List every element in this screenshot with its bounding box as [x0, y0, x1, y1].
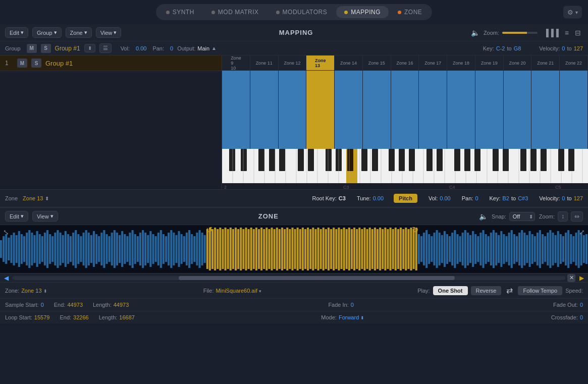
waveform-container[interactable]: ⤡ ⤢ ↺ ↻ [0, 225, 588, 273]
waveform-corner-tr[interactable]: ⤢ [578, 227, 586, 237]
zone-bar-12[interactable] [279, 71, 307, 149]
zone-vol-value[interactable]: 0.00 [440, 195, 450, 201]
tab-synth[interactable]: SYNTH [158, 6, 202, 18]
zone-header-12[interactable]: Zone 12 [279, 56, 307, 70]
tab-modulators[interactable]: MODULATORS [268, 6, 336, 18]
group-mute-button[interactable]: M [27, 44, 37, 53]
bb-zone-value[interactable]: Zone 13 ⬍ [21, 288, 47, 294]
zone-view-button[interactable]: View ▾ [32, 211, 58, 222]
group-solo-button[interactable]: S [41, 44, 51, 53]
key-from[interactable]: C-2 [496, 45, 505, 51]
grid-icon[interactable]: ⊟ [573, 28, 583, 38]
vol-pan-area: Vol: 0.00 Pan: 0 [121, 45, 174, 51]
close-loop-button[interactable]: ✕ [567, 274, 575, 282]
zone-header-15[interactable]: Zone 15 [363, 56, 391, 70]
zoom-height-button[interactable]: ↕ [558, 211, 568, 222]
pitch-button[interactable]: Pitch [394, 194, 417, 203]
zone-header-13[interactable]: Zone13 [306, 56, 335, 70]
loop-length-value[interactable]: 16687 [119, 314, 135, 320]
output-arrow[interactable]: ▲ [211, 45, 217, 51]
zone-bar-20[interactable] [504, 71, 532, 149]
length-value[interactable]: 44973 [114, 302, 129, 308]
zone-bar-17[interactable] [419, 71, 447, 149]
zone-bar-15[interactable] [363, 71, 391, 149]
zone-bar-14[interactable] [335, 71, 363, 149]
zone-vel-from[interactable]: 0 [562, 195, 565, 201]
zone-bar-16[interactable] [391, 71, 419, 149]
piano-keyboard[interactable]: 2 C3 C4 C5 [222, 149, 588, 189]
zone-key-from[interactable]: B2 [503, 195, 509, 201]
zone-pan-value[interactable]: 0 [475, 195, 478, 201]
scroll-left-arrow[interactable]: ◀ [2, 275, 11, 282]
zone-bar-19[interactable] [475, 71, 504, 149]
zone-bar-11[interactable] [250, 71, 279, 149]
root-key-value[interactable]: C3 [339, 195, 346, 201]
crossfade-value[interactable]: 0 [580, 314, 583, 320]
waveform-scrollbar[interactable] [13, 276, 565, 280]
end-value[interactable]: 44973 [67, 302, 83, 308]
zone-header-19[interactable]: Zone 19 [475, 56, 504, 70]
zone-info-name[interactable]: Zone 13 ⬍ [23, 195, 48, 201]
zoom-fit-button[interactable]: ⇔ [571, 211, 583, 222]
zoom-slider[interactable] [502, 32, 538, 34]
zone-vel-to[interactable]: 127 [574, 195, 583, 201]
bounce-icon[interactable]: ⇄ [506, 286, 513, 295]
view-button[interactable]: View ▾ [96, 27, 122, 38]
tab-zone[interactable]: ZONE [390, 6, 430, 18]
group-list: 1 M S Group #1 [0, 56, 222, 189]
group-button[interactable]: Group ▾ [32, 27, 62, 38]
list-icon[interactable]: ≡ [563, 28, 571, 38]
scroll-right-arrow[interactable]: ▶ [577, 275, 586, 282]
pan-value[interactable]: 0 [170, 45, 173, 51]
group-menu-button[interactable]: ☰ [99, 43, 112, 53]
zone-bar-22[interactable] [560, 71, 588, 149]
waveform-corner-tl[interactable]: ⤡ [2, 227, 10, 237]
zone-header-22[interactable]: Zone 22 [560, 56, 588, 70]
group-row-solo[interactable]: S [31, 59, 41, 68]
vel-from[interactable]: 0 [562, 45, 565, 51]
reverse-button[interactable]: Reverse [471, 286, 502, 295]
zone-button[interactable]: Zone ▾ [66, 27, 92, 38]
key-to[interactable]: G8 [514, 45, 521, 51]
group-arrows-button[interactable]: ⬍ [84, 44, 95, 52]
output-value[interactable]: Main [197, 45, 209, 51]
fade-out-value[interactable]: 0 [580, 302, 583, 308]
vol-value[interactable]: 0.00 [136, 45, 146, 51]
follow-tempo-button[interactable]: Follow Tempo [518, 286, 562, 295]
vel-to[interactable]: 127 [574, 45, 583, 51]
group-row-mute[interactable]: M [17, 59, 27, 68]
tab-mod-matrix[interactable]: MOD MATRIX [203, 6, 267, 18]
zone-bar-18[interactable] [447, 71, 475, 149]
edit-button[interactable]: Edit ▾ [5, 27, 28, 38]
loop-end-value[interactable]: 32266 [73, 314, 89, 320]
zone-edit-button[interactable]: Edit ▾ [5, 211, 28, 222]
loop-end-marker[interactable]: ↻ [412, 225, 418, 235]
zone-speaker-icon[interactable]: 🔈 [479, 212, 488, 221]
zone-header-21[interactable]: Zone 21 [531, 56, 560, 70]
sample-start-value[interactable]: 0 [41, 302, 44, 308]
snap-select[interactable]: Off Beat Bar [509, 212, 535, 221]
zone-header-14[interactable]: Zone 14 [335, 56, 363, 70]
zone-header-11[interactable]: Zone 11 [250, 56, 279, 70]
tab-mapping[interactable]: MAPPING [336, 6, 389, 18]
zone-bar-9-10[interactable] [222, 71, 250, 149]
fade-in-value[interactable]: 0 [351, 302, 354, 308]
zone-header-9-10[interactable]: Zone910 [222, 56, 250, 70]
loop-start-marker[interactable]: ↺ [206, 225, 212, 235]
loop-start-value[interactable]: 15579 [34, 314, 50, 320]
tune-value[interactable]: 0.00 [373, 195, 384, 201]
bb-file-value[interactable]: MiniSquare60.aif ▾ [216, 288, 261, 294]
mode-value[interactable]: Forward ⬍ [339, 314, 364, 320]
zone-bar-13[interactable] [306, 71, 335, 149]
one-shot-button[interactable]: One Shot [433, 286, 468, 295]
speaker-icon[interactable]: 🔈 [471, 29, 479, 37]
zone-header-17[interactable]: Zone 17 [419, 56, 447, 70]
zone-header-18[interactable]: Zone 18 [447, 56, 475, 70]
zone-header-16[interactable]: Zone 16 [391, 56, 419, 70]
zone-bar-21[interactable] [531, 71, 560, 149]
zone-header-20[interactable]: Zone 20 [504, 56, 532, 70]
bar-chart-icon[interactable]: ▐▐▐ [542, 28, 561, 38]
zone-key-to[interactable]: C#3 [518, 195, 528, 201]
group-row[interactable]: 1 M S Group #1 [0, 56, 222, 71]
settings-button[interactable]: ⚙ ▾ [563, 6, 582, 19]
